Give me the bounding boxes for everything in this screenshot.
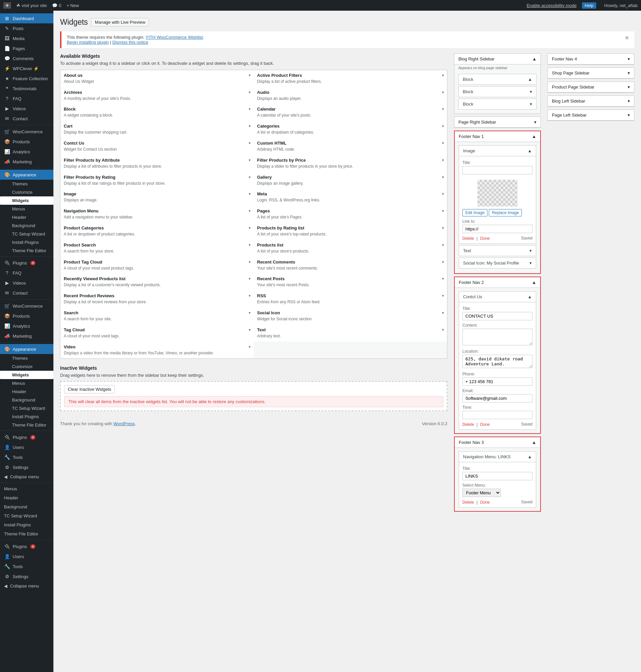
sidebar-item-woocommerce[interactable]: 🛒 WooCommerce — [0, 126, 53, 137]
notice-close-button[interactable]: ✕ — [625, 35, 629, 41]
contact-email-input[interactable] — [462, 394, 532, 402]
widget-item-about-us[interactable]: About us▾ About Us Widget — [60, 70, 254, 87]
widget-item-filter-products-attribute[interactable]: Filter Products by Attribute▾ Display a … — [60, 155, 254, 172]
sidebar-bottom-header[interactable]: Header — [0, 493, 53, 502]
sidebar-bottom-tools[interactable]: 🔧 Tools — [0, 562, 53, 572]
sidebar-item-plugins2[interactable]: 🔌 Plugins 4 — [0, 432, 53, 442]
sidebar-item-tools[interactable]: 🔧 Tools — [0, 452, 53, 462]
submenu2-theme-file-editor[interactable]: Theme File Editor — [0, 421, 53, 429]
sidebar-item-pages[interactable]: 📄 Pages — [0, 43, 53, 53]
contact-time-input[interactable] — [462, 411, 532, 419]
sidebar-item-dashboard[interactable]: ⊞ Dashboard — [0, 13, 53, 23]
page-left-sidebar-header[interactable]: Page Left Sidebar ▾ — [548, 110, 634, 121]
sidebar-item-appearance2[interactable]: 🎨 Appearance — [0, 344, 53, 354]
contct-us-widget-header[interactable]: Contct Us ▲ — [459, 292, 536, 302]
page-right-sidebar-header[interactable]: Page Right Sidebar ▾ — [454, 117, 541, 127]
image-title-input[interactable] — [462, 166, 532, 174]
shop-page-sidebar-header[interactable]: Shop Page Sidebar ▾ — [548, 68, 634, 79]
contact-phone-input[interactable] — [462, 377, 532, 386]
widget-item-text[interactable]: Text▾ Arbitrary text. — [254, 325, 447, 342]
widget-item-tag-cloud[interactable]: Tag Cloud▾ A cloud of your most used tag… — [60, 325, 254, 342]
submenu-widgets[interactable]: Widgets — [0, 197, 53, 205]
sidebar-bottom-users[interactable]: 👤 Users — [0, 551, 53, 562]
submenu2-themes[interactable]: Themes — [0, 354, 53, 362]
blog-right-sidebar-header[interactable]: Blog Right Sidebar ▲ — [454, 54, 541, 65]
image-widget-delete-link[interactable]: Delete — [462, 236, 474, 241]
widget-item-navigation-menu[interactable]: Navigation Menu▾ Add a navigation menu t… — [60, 206, 254, 223]
social-icon-widget-collapsed[interactable]: Social Icon: My Social Profile ▾ — [459, 257, 536, 269]
sidebar-item-products[interactable]: 📦 Products — [0, 137, 53, 147]
widget-item-active-product-filters[interactable]: Active Product Filters▾ Display a list o… — [254, 70, 447, 87]
widget-item-products-by-rating-list[interactable]: Products by Rating list▾ A list of your … — [254, 223, 447, 240]
sidebar-bottom-install-plugins[interactable]: Install Plugins — [0, 520, 53, 529]
enable-accessibility-link[interactable]: Enable accessibility mode — [527, 3, 576, 8]
contact-content-textarea[interactable] — [462, 329, 532, 345]
widget-item-filter-products-price[interactable]: Filter Products by Price▾ Display a slid… — [254, 155, 447, 172]
sidebar-item-woo2[interactable]: 🛒 WooCommerce — [0, 301, 53, 311]
sidebar-item-media[interactable]: 🖼 Media — [0, 33, 53, 43]
widget-item-product-categories[interactable]: Product Categories▾ A list or dropdown o… — [60, 223, 254, 240]
widget-item-calendar[interactable]: Calendar▾ A calendar of your site's post… — [254, 104, 447, 121]
sidebar-item-posts[interactable]: ✎ Posts — [0, 23, 53, 33]
footer-nav-3-header[interactable]: Footer Nav 3 ▲ — [455, 437, 540, 448]
submenu2-widgets[interactable]: Widgets — [0, 371, 53, 379]
submenu-customize[interactable]: Customize — [0, 188, 53, 197]
text-widget-collapsed[interactable]: Text ▾ — [459, 245, 536, 256]
widget-item-recent-comments[interactable]: Recent Comments▾ Your site's most recent… — [254, 257, 447, 274]
wordpress-link[interactable]: WordPress — [113, 421, 135, 426]
sidebar-item-marketing[interactable]: 📣 Marketing — [0, 157, 53, 167]
begin-installing-link[interactable]: Begin installing plugin — [67, 40, 109, 45]
product-page-sidebar-header[interactable]: Product Page Sidebar ▾ — [548, 82, 634, 93]
manage-live-preview-button[interactable]: Manage with Live Preview — [91, 18, 149, 26]
sidebar-item-testimonials[interactable]: ❝ Testimonials — [0, 83, 53, 94]
collapse-menu[interactable]: ◀ Collapse menu — [0, 472, 53, 481]
submenu-themes[interactable]: Themes — [0, 180, 53, 188]
sidebar-item-marketing2[interactable]: 📣 Marketing — [0, 331, 53, 341]
widget-item-gallery[interactable]: Gallery▾ Displays an image gallery. — [254, 172, 447, 189]
sidebar-bottom-menus[interactable]: Menus — [0, 484, 53, 493]
sidebar-item-videos[interactable]: ▶ Videos — [0, 104, 53, 113]
sidebar-item-users[interactable]: 👤 Users — [0, 442, 53, 452]
nav-widget-done-link[interactable]: Done — [480, 500, 490, 505]
sidebar-item-comments[interactable]: 💬 Comments — [0, 53, 53, 64]
widget-item-pages[interactable]: Pages▾ A list of your site's Pages. — [254, 206, 447, 223]
submenu2-install-plugins[interactable]: Install Plugins — [0, 413, 53, 421]
collapse-menu-bottom[interactable]: ◀ Collapse menu — [0, 581, 53, 591]
widget-item-contct-us[interactable]: Contct Us▾ Widget for Contact Us section — [60, 138, 254, 155]
new-content-link[interactable]: + New — [66, 3, 79, 8]
image-widget-header[interactable]: Image ▲ — [459, 146, 536, 156]
submenu2-customize[interactable]: Customize — [0, 362, 53, 371]
submenu2-tc-setup-wizard[interactable]: TC Setup Wizard — [0, 404, 53, 413]
nav-widget-delete-link[interactable]: Delete — [462, 500, 474, 505]
widget-item-block[interactable]: Block▾ A widget containing a block. — [60, 104, 254, 121]
submenu-tc-setup-wizard[interactable]: TC Setup Wizard — [0, 230, 53, 238]
widget-item-product-tag-cloud[interactable]: Product Tag Cloud▾ A cloud of your most … — [60, 257, 254, 274]
blog-right-block-2[interactable]: Block ▾ — [459, 86, 536, 97]
clear-inactive-button[interactable]: Clear Inactive Widgets — [64, 385, 115, 393]
sidebar-item-contact[interactable]: ✉ Contact — [0, 113, 53, 124]
replace-image-button[interactable]: Replace Image — [489, 209, 522, 216]
widget-item-search[interactable]: Search▾ A search form for your site. — [60, 308, 254, 325]
sidebar-item-analytics[interactable]: 📊 Analytics — [0, 147, 53, 157]
widget-item-rss[interactable]: RSS▾ Entries from any RSS or Atom feed. — [254, 291, 447, 308]
widget-item-products-list[interactable]: Products list▾ A list of your store's pr… — [254, 240, 447, 257]
sidebar-bottom-background[interactable]: Background — [0, 502, 53, 511]
contact-title-input[interactable] — [462, 312, 532, 320]
footer-nav-2-header[interactable]: Footer Nav 2 ▲ — [455, 277, 540, 288]
nav-menu-widget-header[interactable]: Navigation Menu: LINKS ▲ — [459, 452, 536, 462]
image-widget-done-link[interactable]: Done — [480, 236, 490, 241]
sidebar-bottom-theme-file-editor[interactable]: Theme File Editor — [0, 529, 53, 538]
sidebar-item-products2[interactable]: 📦 Products — [0, 311, 53, 321]
blog-left-sidebar-header[interactable]: Blog Left Sidebar ▾ — [548, 96, 634, 107]
dismiss-notice-link[interactable]: Dismiss this notice — [112, 40, 148, 45]
widget-item-social-icon[interactable]: Social Icon▾ Widget for Social icons sec… — [254, 308, 447, 325]
footer-nav-1-header[interactable]: Footer Nav 1 ▲ — [455, 131, 540, 142]
submenu-menus[interactable]: Menus — [0, 205, 53, 213]
widget-item-archives[interactable]: Archives▾ A monthly archive of your site… — [60, 87, 254, 104]
help-button[interactable]: Help — [582, 2, 596, 9]
submenu2-menus[interactable]: Menus — [0, 379, 53, 387]
widget-item-cart[interactable]: Cart▾ Display the customer shopping cart… — [60, 121, 254, 138]
blog-right-block-3[interactable]: Block ▾ — [459, 98, 536, 110]
submenu-background[interactable]: Background — [0, 221, 53, 230]
inactive-widgets-area[interactable]: Clear Inactive Widgets This will clear a… — [60, 381, 447, 411]
